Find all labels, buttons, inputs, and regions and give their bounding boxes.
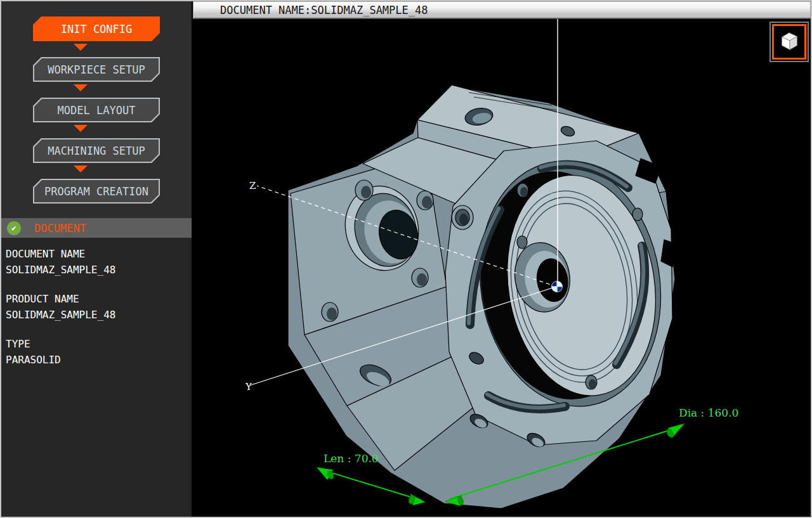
product-name-value: SOLIDMAZ_SAMPLE_48: [6, 307, 188, 323]
diameter-dimension-label: Dia : 160.0: [679, 406, 738, 419]
cad-scene: Z Y: [193, 19, 812, 517]
viewport-3d[interactable]: Z Y: [193, 19, 811, 517]
cube-icon: [772, 24, 806, 60]
flow-arrow-icon: [74, 125, 88, 132]
type-label: TYPE: [6, 336, 188, 352]
step-label: MODEL LAYOUT: [58, 104, 136, 117]
step-machining-setup[interactable]: MACHINING SETUP: [33, 138, 160, 163]
z-axis-label: Z: [249, 180, 256, 191]
flow-arrow-icon: [74, 44, 88, 51]
document-section-header[interactable]: ✔ DOCUMENT: [1, 218, 192, 238]
length-dimension-label: Len : 70.0: [324, 452, 379, 465]
flow-arrow-icon: [74, 165, 88, 172]
step-model-layout[interactable]: MODEL LAYOUT: [33, 98, 160, 122]
type-group: TYPE PARASOLID: [6, 336, 188, 368]
product-name-label: PRODUCT NAME: [6, 291, 188, 307]
document-name-group: DOCUMENT NAME SOLIDMAZ_SAMPLE_48: [6, 246, 188, 278]
main-area: DOCUMENT NAME:SOLIDMAZ_SAMPLE_48: [192, 1, 811, 517]
product-name-group: PRODUCT NAME SOLIDMAZ_SAMPLE_48: [6, 291, 188, 323]
step-program-creation[interactable]: PROGRAM CREATION: [33, 179, 160, 204]
origin-marker: [552, 282, 563, 292]
step-label: WORKPIECE SETUP: [48, 63, 145, 76]
type-value: PARASOLID: [6, 352, 188, 368]
workflow-sidebar: INIT CONFIG WORKPIECE SETUP MODEL LAYOUT…: [1, 1, 192, 517]
step-label: MACHINING SETUP: [48, 145, 145, 157]
y-axis-label: Y: [245, 381, 252, 392]
step-workpiece-setup[interactable]: WORKPIECE SETUP: [33, 57, 160, 82]
cad-model: [288, 85, 678, 508]
bore-floor-hole: [517, 236, 527, 249]
step-label: INIT CONFIG: [61, 23, 133, 36]
document-name-value: SOLIDMAZ_SAMPLE_48: [6, 262, 188, 278]
step-label: PROGRAM CREATION: [44, 185, 148, 198]
document-name-label: DOCUMENT NAME: [6, 246, 188, 262]
viewport-title-text: DOCUMENT NAME:SOLIDMAZ_SAMPLE_48: [220, 4, 428, 16]
view-cube-button[interactable]: [769, 22, 809, 62]
app-window: INIT CONFIG WORKPIECE SETUP MODEL LAYOUT…: [0, 0, 812, 518]
step-init-config[interactable]: INIT CONFIG: [33, 16, 160, 41]
flow-arrow-icon: [74, 84, 88, 91]
workflow-steps: INIT CONFIG WORKPIECE SETUP MODEL LAYOUT…: [1, 1, 192, 204]
document-info-panel: DOCUMENT NAME SOLIDMAZ_SAMPLE_48 PRODUCT…: [1, 238, 192, 517]
viewport-title-bar: DOCUMENT NAME:SOLIDMAZ_SAMPLE_48: [193, 1, 811, 19]
document-section-title: DOCUMENT: [34, 222, 86, 235]
check-icon: ✔: [7, 221, 21, 235]
